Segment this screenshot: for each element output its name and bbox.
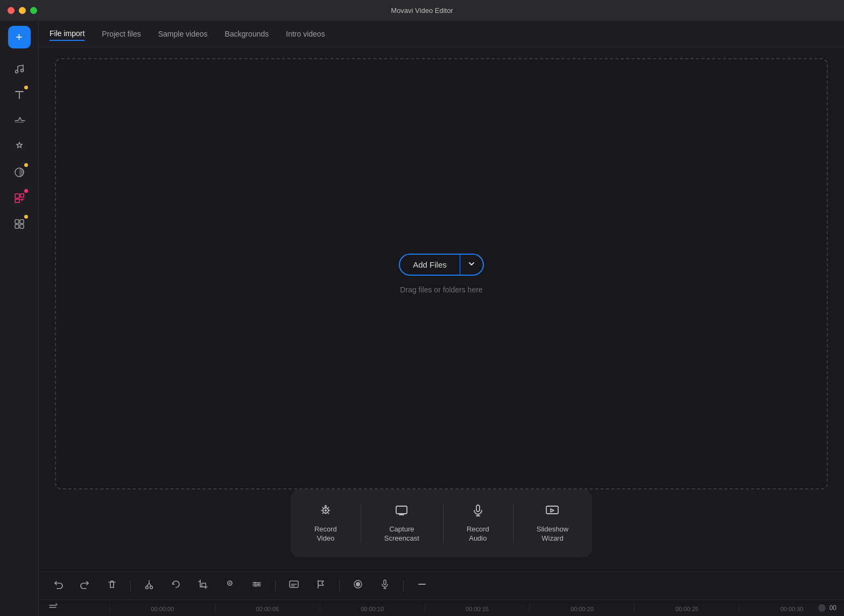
markers-button[interactable]	[221, 577, 238, 594]
add-files-button-group: Add Files	[399, 254, 484, 276]
transitions-icon	[13, 115, 25, 127]
rotate-icon	[171, 579, 181, 590]
svg-rect-7	[20, 225, 24, 228]
drop-zone[interactable]: Add Files Drag files or folders here	[55, 58, 828, 489]
svg-rect-4	[15, 220, 19, 223]
more-icon	[13, 218, 25, 230]
ruler-tick-0: 00:00:00	[110, 604, 215, 612]
add-track-icon	[47, 601, 58, 612]
svg-point-10	[325, 506, 326, 507]
close-button[interactable]	[8, 7, 15, 14]
zoom-out-button[interactable]	[413, 577, 431, 594]
audio-levels-button[interactable]	[248, 577, 265, 594]
minimize-button[interactable]	[19, 7, 26, 14]
cut-button[interactable]	[140, 577, 158, 594]
capture-screencast-icon	[395, 503, 409, 521]
text-icon	[13, 89, 25, 101]
svg-point-18	[229, 583, 231, 584]
add-files-button[interactable]: Add Files	[400, 255, 460, 275]
app-title: Movavi Video Editor	[391, 6, 453, 15]
effects-icon	[13, 141, 25, 152]
toolbar-separator-1	[130, 580, 131, 591]
record-video-icon	[319, 503, 333, 521]
ruler-tick-1: 00:00:05	[215, 604, 320, 612]
filters-badge	[24, 163, 28, 167]
text-badge	[24, 86, 28, 89]
redo-button[interactable]	[76, 577, 94, 594]
add-track-button[interactable]	[47, 601, 58, 614]
slideshow-wizard-label: SlideshowWizard	[537, 525, 568, 543]
sidebar-item-more[interactable]	[6, 212, 32, 236]
music-icon	[13, 63, 25, 75]
svg-rect-16	[202, 583, 206, 587]
ruler-tick-6: 00:00:30	[739, 604, 844, 612]
record-audio-button[interactable]: RecordAudio	[443, 498, 513, 549]
microphone-icon	[471, 503, 485, 517]
flag-icon	[315, 579, 326, 590]
camera-icon	[319, 503, 333, 517]
svg-rect-25	[384, 580, 386, 585]
more-badge	[24, 215, 28, 219]
sidebar-item-text[interactable]	[6, 83, 32, 107]
crop-icon	[198, 579, 208, 590]
sidebar-item-filters[interactable]	[6, 160, 32, 184]
ruler-ticks: 00:00:00 00:00:05 00:00:10 00:00:15 00:0…	[110, 604, 844, 612]
maximize-button[interactable]	[30, 7, 37, 14]
zoom-out-icon	[417, 579, 427, 590]
drag-hint: Drag files or folders here	[400, 285, 482, 294]
record-icon	[353, 579, 363, 590]
svg-point-20	[258, 584, 259, 585]
tab-project-files[interactable]: Project files	[102, 27, 140, 40]
redo-icon	[80, 579, 90, 590]
ruler-tick-2: 00:00:10	[320, 604, 425, 612]
tab-sample-videos[interactable]: Sample videos	[158, 27, 208, 40]
tab-intro-videos[interactable]: Intro videos	[286, 27, 325, 40]
svg-point-9	[325, 509, 327, 512]
svg-rect-6	[15, 225, 19, 228]
capture-screencast-button[interactable]: CaptureScreencast	[361, 498, 443, 549]
traffic-lights	[8, 7, 37, 14]
crop-button[interactable]	[194, 577, 212, 594]
delete-button[interactable]	[103, 577, 121, 594]
timeline-ruler: 00:00:00 00:00:05 00:00:10 00:00:15 00:0…	[39, 600, 844, 616]
sidebar-item-music[interactable]	[6, 57, 32, 81]
slideshow-wizard-icon	[545, 503, 559, 521]
subtitle-button[interactable]	[285, 577, 303, 594]
stickers-icon	[13, 192, 25, 204]
svg-rect-5	[20, 220, 24, 223]
sidebar-item-stickers[interactable]	[6, 186, 32, 210]
content-area: File import Project files Sample videos …	[39, 20, 844, 616]
cut-icon	[144, 579, 154, 590]
plus-icon: +	[16, 31, 23, 43]
sidebar-item-effects[interactable]	[6, 135, 32, 158]
screencast-icon	[395, 503, 409, 517]
record-video-button[interactable]: RecordVideo	[291, 498, 361, 549]
audio-levels-icon	[251, 579, 262, 590]
undo-icon	[53, 579, 64, 590]
timeline-record-button[interactable]	[349, 577, 367, 594]
flag-button[interactable]	[312, 577, 329, 594]
mic-icon	[379, 579, 390, 590]
toolbar-separator-2	[275, 580, 276, 591]
capture-screencast-label: CaptureScreencast	[384, 525, 419, 543]
sidebar-item-transitions[interactable]	[6, 109, 32, 132]
slideshow-icon	[545, 503, 559, 517]
slideshow-wizard-button[interactable]: SlideshowWizard	[513, 498, 592, 549]
tab-backgrounds[interactable]: Backgrounds	[225, 27, 269, 40]
timeline-mic-button[interactable]	[376, 577, 393, 594]
add-media-button[interactable]: +	[8, 26, 31, 48]
ruler-tick-5: 00:00:25	[634, 604, 739, 612]
rotate-button[interactable]	[167, 577, 185, 594]
tab-bar: File import Project files Sample videos …	[39, 20, 844, 47]
tab-file-import[interactable]: File import	[50, 27, 85, 41]
trash-icon	[107, 579, 117, 590]
svg-rect-11	[396, 506, 407, 514]
toolbar-separator-3	[339, 580, 340, 591]
undo-button[interactable]	[50, 577, 67, 594]
sidebar: +	[0, 20, 39, 616]
markers-icon	[224, 579, 235, 590]
svg-point-21	[255, 585, 257, 587]
add-files-chevron-button[interactable]	[460, 255, 483, 275]
timeline-toolbar	[39, 572, 844, 600]
toolbar-separator-4	[403, 580, 404, 591]
